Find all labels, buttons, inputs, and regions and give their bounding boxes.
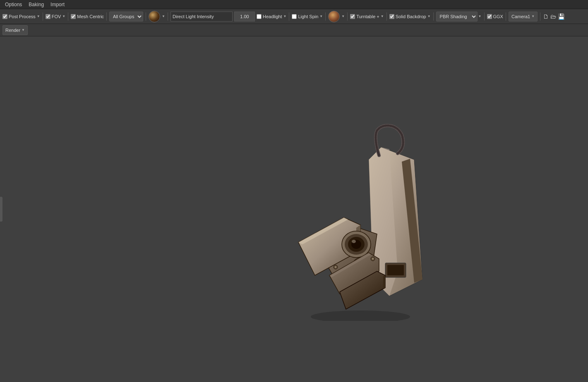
camera-label: Camera1 [511,14,530,19]
mesh-centric-label: Mesh Centric [77,14,104,19]
env-sphere-arrow[interactable]: ▼ [162,14,165,18]
ggx-label: GGX [493,14,503,19]
headlight-checkbox[interactable] [257,14,262,19]
fov-label: FOV [52,14,61,19]
file-icon-2[interactable]: 🗁 [550,13,556,20]
headlight-label: Headlight [263,14,282,19]
turntable-label: Turntable + [356,14,379,19]
sep5 [168,12,168,21]
sep6 [289,12,289,21]
3d-model-container [257,122,464,329]
sep4 [146,12,146,21]
sep8 [347,12,348,21]
mesh-centric-toggle[interactable]: Mesh Centric [71,14,104,19]
svg-point-13 [335,266,336,268]
fov-arrow[interactable]: ▼ [62,14,65,18]
post-process-label: Post Process [9,14,36,19]
environment-sphere[interactable] [149,11,160,22]
direct-light-intensity-number[interactable] [234,12,255,21]
main-toolbar: Post Process ▼ FOV ▼ Mesh Centric All Gr… [0,9,588,24]
render-arrow: ▼ [22,28,25,32]
left-edge-handle[interactable] [0,197,2,222]
camera-model-svg [257,122,464,321]
sep2 [68,12,68,21]
post-process-toggle[interactable]: Post Process ▼ [2,14,40,19]
sep13 [540,12,540,21]
pbr-shading-arrow[interactable]: ▼ [478,14,482,18]
sep9 [386,12,387,21]
post-process-checkbox[interactable] [2,14,7,19]
turntable-checkbox[interactable] [350,14,355,19]
turntable-toggle[interactable]: Turntable + ▼ [350,14,384,19]
camera-button[interactable]: Camera1 ▼ [509,12,538,21]
light-spin-toggle[interactable]: Light Spin ▼ [292,14,323,19]
render-button[interactable]: Render ▼ [2,25,28,35]
solid-backdrop-arrow[interactable]: ▼ [427,14,431,18]
user-avatar-arrow[interactable]: ▼ [341,14,345,18]
menubar: Options Baking Import [0,0,588,9]
solid-backdrop-label: Solid Backdrop [396,14,426,19]
file-icon-1[interactable]: 🗋 [543,13,549,20]
mesh-centric-checkbox[interactable] [71,14,76,19]
groups-select[interactable]: All Groups Group 1 Group 2 [109,12,143,21]
ggx-checkbox[interactable] [487,14,492,19]
render-label: Render [5,28,20,33]
svg-rect-1 [387,265,404,275]
menu-baking[interactable]: Baking [25,1,47,8]
user-avatar[interactable] [328,11,340,22]
sep3 [106,12,107,21]
fov-toggle[interactable]: FOV ▼ [46,14,66,19]
svg-point-16 [311,310,410,321]
viewport[interactable] [0,36,588,382]
headlight-toggle[interactable]: Headlight ▼ [257,14,286,19]
sep1 [43,12,43,21]
light-spin-arrow[interactable]: ▼ [319,14,323,18]
svg-point-15 [372,258,374,260]
camera-arrow: ▼ [531,14,535,18]
sep12 [506,12,506,21]
headlight-arrow[interactable]: ▼ [283,14,286,18]
direct-light-intensity-input[interactable] [170,12,233,21]
svg-point-6 [352,240,356,243]
file-icon-3[interactable]: 💾 [558,13,565,20]
post-process-arrow[interactable]: ▼ [37,14,40,18]
sep7 [325,12,326,21]
solid-backdrop-toggle[interactable]: Solid Backdrop ▼ [389,14,431,19]
menu-options[interactable]: Options [2,1,25,8]
light-spin-label: Light Spin [298,14,318,19]
turntable-arrow[interactable]: ▼ [381,14,384,18]
menu-import[interactable]: Import [47,1,68,8]
light-spin-checkbox[interactable] [292,14,297,19]
solid-backdrop-checkbox[interactable] [389,14,394,19]
ggx-toggle[interactable]: GGX [487,14,503,19]
sep10 [433,12,434,21]
render-toolbar: Render ▼ [0,24,588,36]
fov-checkbox[interactable] [46,14,50,19]
sep11 [484,12,485,21]
pbr-shading-select[interactable]: PBR Shading [436,12,478,21]
